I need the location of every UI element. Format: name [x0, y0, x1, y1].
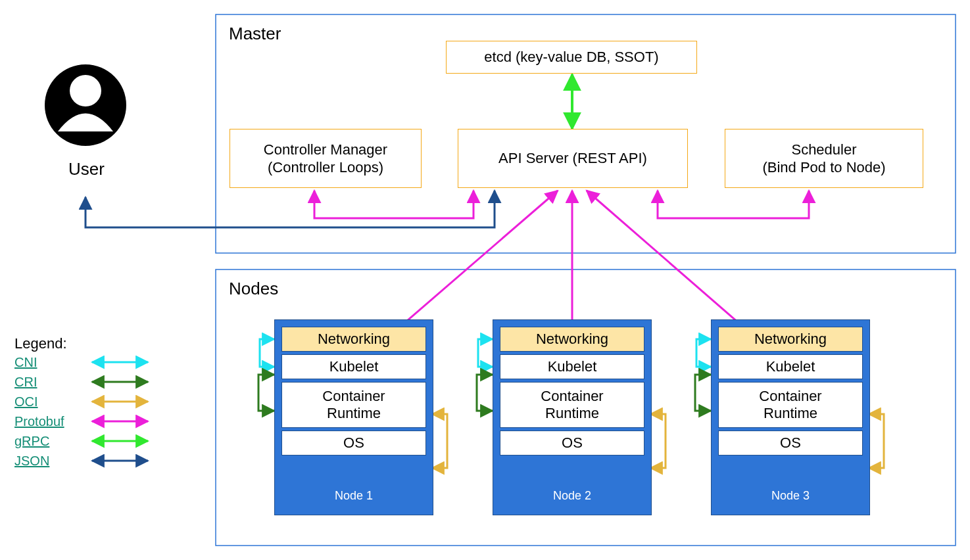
legend-title: Legend: [14, 335, 67, 352]
nodes-title: Nodes [229, 279, 278, 299]
node-1-os: OS [281, 431, 426, 455]
node-3-os: OS [718, 431, 863, 455]
user-label: User [68, 159, 105, 179]
node-2: Networking Kubelet Container Runtime OS … [493, 319, 652, 515]
svg-point-1 [70, 75, 101, 106]
controller-manager-box: Controller Manager (Controller Loops) [230, 129, 422, 188]
user-icon [45, 64, 126, 146]
arrow-ctrl-apiserver [314, 191, 473, 218]
node-3: Networking Kubelet Container Runtime OS … [711, 319, 870, 515]
etcd-box: etcd (key-value DB, SSOT) [446, 41, 697, 74]
node-3-caption: Node 3 [712, 489, 869, 503]
legend-link-json[interactable]: JSON [14, 454, 49, 469]
node-2-networking: Networking [500, 327, 644, 352]
api-server-box: API Server (REST API) [458, 129, 688, 188]
node-1: Networking Kubelet Container Runtime OS … [274, 319, 433, 515]
arrow-user-apiserver [85, 191, 495, 227]
legend-link-cri[interactable]: CRI [14, 375, 37, 390]
master-title: Master [229, 24, 281, 44]
node-2-runtime: Container Runtime [500, 382, 644, 428]
node-2-os: OS [500, 431, 644, 455]
legend-swatches [92, 362, 148, 461]
node-2-kubelet: Kubelet [500, 354, 644, 379]
legend-link-oci[interactable]: OCI [14, 394, 38, 409]
node-1-runtime: Container Runtime [281, 382, 426, 428]
node-1-networking: Networking [281, 327, 426, 352]
node-1-kubelet: Kubelet [281, 354, 426, 379]
node-3-kubelet: Kubelet [718, 354, 863, 379]
node-1-caption: Node 1 [275, 489, 433, 503]
node-3-runtime: Container Runtime [718, 382, 863, 428]
legend-link-protobuf[interactable]: Protobuf [14, 414, 64, 429]
arrow-sched-apiserver [658, 191, 809, 218]
legend-link-cni[interactable]: CNI [14, 355, 37, 370]
scheduler-box: Scheduler (Bind Pod to Node) [725, 129, 923, 188]
legend-link-grpc[interactable]: gRPC [14, 434, 49, 449]
node-3-networking: Networking [718, 327, 863, 352]
node-2-caption: Node 2 [493, 489, 651, 503]
